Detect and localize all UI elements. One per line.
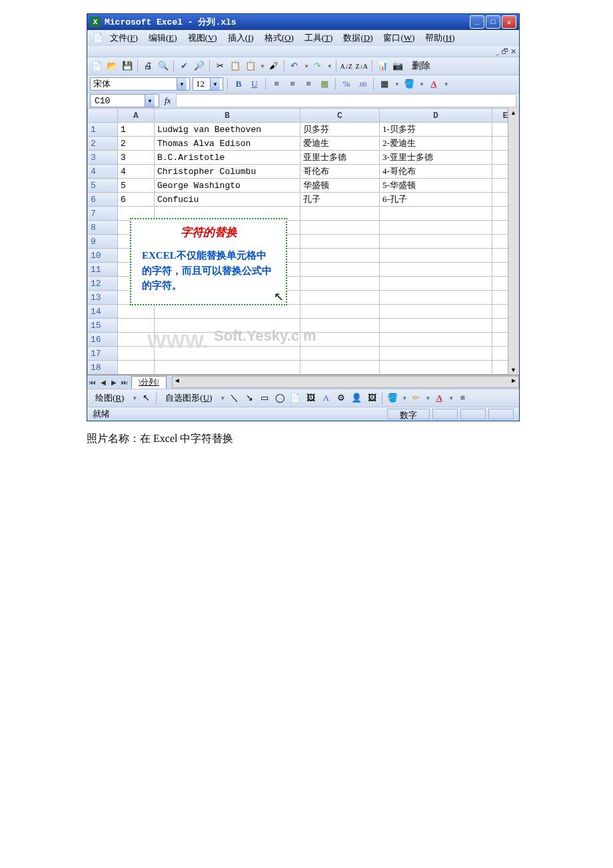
cell[interactable]: Confuciu <box>155 193 301 207</box>
preview-icon[interactable]: 🔍 <box>157 59 170 73</box>
cell[interactable]: 哥伦布 <box>301 165 380 179</box>
row-header[interactable]: 16 <box>88 333 118 347</box>
name-box[interactable]: C10▼ <box>90 94 159 107</box>
open-icon[interactable]: 📂 <box>105 59 119 73</box>
cell[interactable] <box>301 235 380 249</box>
format-painter-icon[interactable]: 🖌 <box>267 59 281 73</box>
cut-icon[interactable]: ✂ <box>213 59 227 73</box>
horizontal-scrollbar[interactable] <box>172 376 519 388</box>
menu-format[interactable]: 格式(O) <box>259 31 299 45</box>
row-header[interactable]: 2 <box>88 137 118 151</box>
chart-icon[interactable]: 📊 <box>376 59 389 73</box>
row-header[interactable]: 13 <box>88 291 118 305</box>
cell[interactable]: 4 <box>118 165 155 179</box>
cell[interactable] <box>301 319 380 333</box>
row-header[interactable]: 18 <box>88 361 118 375</box>
row-header[interactable]: 8 <box>88 221 118 235</box>
cell[interactable] <box>118 361 155 375</box>
tab-next-icon[interactable]: ▶ <box>109 377 119 387</box>
cell[interactable] <box>380 291 492 305</box>
lineweight-icon[interactable]: ≡ <box>456 391 469 405</box>
cell[interactable] <box>380 263 492 277</box>
col-header[interactable]: D <box>380 109 492 123</box>
cell[interactable] <box>380 277 492 291</box>
cell[interactable] <box>301 207 380 221</box>
spell-icon[interactable]: ✔ <box>177 59 191 73</box>
col-header[interactable]: B <box>155 109 301 123</box>
diagram-icon[interactable]: ⚙ <box>334 391 348 405</box>
rect-icon[interactable]: ▭ <box>258 391 271 405</box>
font-combo[interactable]: 宋体▼ <box>90 77 190 91</box>
cell[interactable] <box>301 263 380 277</box>
menu-window[interactable]: 窗口(W) <box>378 31 420 45</box>
cell[interactable] <box>155 305 301 319</box>
row-header[interactable]: 11 <box>88 263 118 277</box>
textbox-icon[interactable]: 📄 <box>289 391 302 405</box>
save-icon[interactable]: 💾 <box>121 59 134 73</box>
cell[interactable] <box>118 333 155 347</box>
row-header[interactable]: 6 <box>88 193 118 207</box>
cell[interactable]: 6-孔子 <box>380 193 492 207</box>
redo-icon[interactable]: ↷ <box>311 59 324 73</box>
cell[interactable]: Ludwig van Beethoven <box>155 123 301 137</box>
row-header[interactable]: 4 <box>88 165 118 179</box>
minimize-button[interactable]: _ <box>470 15 484 29</box>
arrow-icon[interactable]: ↘ <box>243 391 256 405</box>
cell[interactable] <box>118 347 155 361</box>
picture-icon[interactable]: 🖼 <box>304 391 317 405</box>
select-all[interactable] <box>88 109 118 123</box>
cell[interactable]: 孔子 <box>301 193 380 207</box>
cell[interactable] <box>380 221 492 235</box>
undo-icon[interactable]: ↶ <box>288 59 301 73</box>
autoshapes-menu[interactable]: 自选图形(U) <box>160 391 217 405</box>
cell[interactable] <box>380 305 492 319</box>
cell[interactable]: Christopher Columbu <box>155 165 301 179</box>
cell[interactable]: 3-亚里士多德 <box>380 151 492 165</box>
menu-data[interactable]: 数据(D) <box>338 31 378 45</box>
cell[interactable]: 6 <box>118 193 155 207</box>
select-icon[interactable]: ↖ <box>139 391 153 405</box>
size-combo[interactable]: 12▼ <box>193 77 223 91</box>
cell[interactable] <box>301 347 380 361</box>
workbook-icon[interactable]: 📄 <box>91 31 105 45</box>
sort-asc-icon[interactable]: A↓Z <box>340 59 353 73</box>
align-center-icon[interactable]: ≡ <box>286 77 299 91</box>
cell[interactable] <box>301 291 380 305</box>
fontcolor2-icon[interactable]: A <box>432 391 446 405</box>
cell[interactable] <box>301 249 380 263</box>
cell[interactable] <box>380 249 492 263</box>
cell[interactable] <box>380 235 492 249</box>
draw-menu[interactable]: 绘图(R) <box>90 391 129 405</box>
percent-icon[interactable]: % <box>340 77 353 91</box>
text-box-note[interactable]: 字符的替换 EXCEL不仅能替换单元格中的字符，而且可以替换公式中的字符。 <box>130 218 287 305</box>
cell[interactable] <box>380 333 492 347</box>
chevron-down-icon[interactable]: ▼ <box>145 95 155 107</box>
cell[interactable]: 5 <box>118 179 155 193</box>
delete-button[interactable]: 删除 <box>406 59 436 73</box>
cell[interactable]: 贝多芬 <box>301 123 380 137</box>
font-color-icon[interactable]: A <box>427 77 440 91</box>
new-icon[interactable]: 📄 <box>90 59 103 73</box>
cell[interactable]: 2-爱迪生 <box>380 137 492 151</box>
menu-tools[interactable]: 工具(T) <box>299 31 338 45</box>
doc-close-icon[interactable]: ✕ <box>510 47 516 56</box>
cell[interactable]: George Washingto <box>155 179 301 193</box>
row-header[interactable]: 1 <box>88 123 118 137</box>
cell[interactable] <box>155 347 301 361</box>
align-left-icon[interactable]: ≡ <box>270 77 283 91</box>
clipart-icon[interactable]: 👤 <box>350 391 363 405</box>
fill-color-icon[interactable]: 🪣 <box>402 77 416 91</box>
linecolor-icon[interactable]: ✏ <box>409 391 422 405</box>
cell[interactable] <box>301 333 380 347</box>
menu-edit[interactable]: 编辑(E) <box>143 31 183 45</box>
row-header[interactable]: 15 <box>88 319 118 333</box>
tab-last-icon[interactable]: ⏭ <box>119 377 130 387</box>
fx-icon[interactable]: fx <box>165 95 171 106</box>
cell[interactable] <box>155 361 301 375</box>
cell[interactable]: 4-哥伦布 <box>380 165 492 179</box>
doc-restore-icon[interactable]: 🗗 <box>501 47 510 55</box>
line-icon[interactable]: ＼ <box>227 391 241 405</box>
cell[interactable] <box>155 319 301 333</box>
cell[interactable] <box>380 347 492 361</box>
menu-file[interactable]: 文件(F) <box>105 31 143 45</box>
